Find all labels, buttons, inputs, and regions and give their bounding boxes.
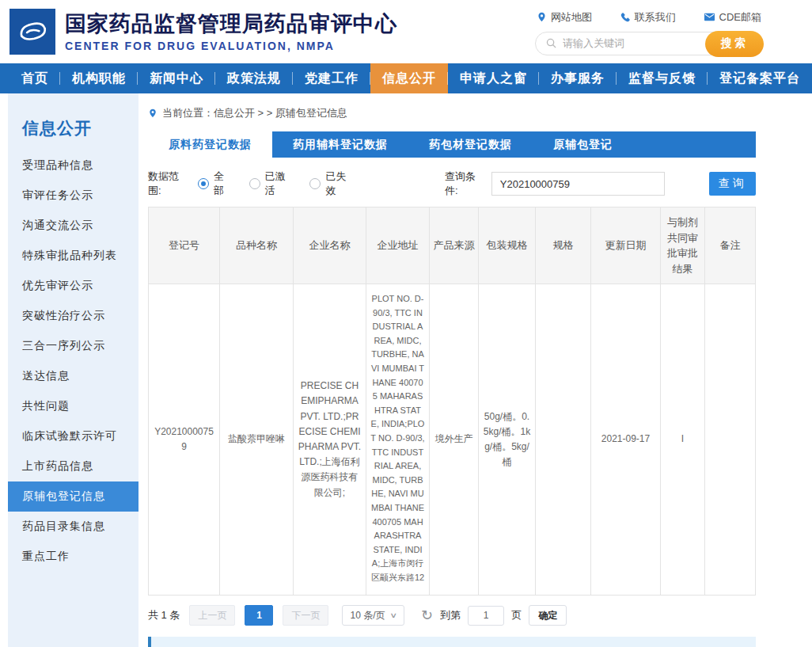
column-header-remark: 备注 — [705, 207, 756, 284]
sidebar-item-12[interactable]: 原辅包登记信息 — [8, 481, 138, 512]
header-search-box: 搜索 — [535, 32, 763, 55]
sidebar-item-14[interactable]: 重点工作 — [8, 542, 138, 572]
page-number-button[interactable]: 1 — [245, 605, 273, 626]
cell-content-company_address: PLOT NO. D-90/3, TTC INDUSTRIAL AREA, MI… — [370, 292, 425, 587]
column-header-company_address: 企业地址 — [366, 207, 430, 284]
query-button[interactable]: 查询 — [709, 172, 756, 196]
quick-link-label: 联系我们 — [635, 10, 676, 25]
nav-item-6[interactable]: 信息公开 — [370, 63, 448, 93]
cell-company_name: PRECISE CHEMIPHARMA PVT. LTD.;PRECISE CH… — [294, 284, 366, 596]
nav-item-10[interactable]: 登记备案平台 — [708, 63, 812, 93]
table-row-1: Y20210000759盐酸萘甲唑啉PRECISE CHEMIPHARMA PV… — [149, 284, 756, 596]
cell-content-package_spec: 50g/桶。0.5kg/桶。1kg/桶。5kg/桶 — [483, 409, 531, 470]
page-size-select[interactable]: 10 条/页 ∨ — [342, 605, 404, 626]
column-header-update_date: 更新日期 — [591, 207, 661, 284]
sidebar-item-2[interactable]: 审评任务公示 — [8, 181, 138, 211]
cell-content-product_source: 境外生产 — [434, 432, 474, 447]
cell-approval_result: I — [661, 284, 705, 596]
chevron-down-icon: ∨ — [390, 611, 398, 619]
tab-1[interactable]: 原料药登记数据 — [148, 131, 272, 158]
sidebar-item-8[interactable]: 送达信息 — [8, 361, 138, 391]
tab-3[interactable]: 药包材登记数据 — [408, 131, 533, 158]
nav-item-7[interactable]: 申请人之窗 — [448, 63, 539, 93]
sidebar-item-1[interactable]: 受理品种信息 — [8, 150, 138, 181]
site-title-block: 国家药品监督管理局药品审评中心 CENTER FOR DRUG EVALUATI… — [65, 11, 397, 52]
column-header-package_spec: 包装规格 — [479, 207, 536, 284]
goto-page-input[interactable] — [468, 606, 504, 626]
sidebar-item-3[interactable]: 沟通交流公示 — [8, 211, 138, 241]
page: 国家药品监督管理局药品审评中心 CENTER FOR DRUG EVALUATI… — [0, 0, 812, 647]
filter-bar: 数据范围: 全部已激活已失效 查询条件: 查询 — [148, 170, 756, 197]
refresh-icon[interactable]: ↻ — [421, 608, 433, 622]
radio-circle-icon — [198, 178, 209, 189]
scope-radio-1[interactable]: 全部 — [198, 169, 230, 198]
column-header-approval_result: 与制剂共同审批审批结果 — [661, 207, 705, 284]
breadcrumb-text: 当前位置：信息公开 > > 原辅包登记信息 — [162, 106, 347, 120]
breadcrumb: 当前位置：信息公开 > > 原辅包登记信息 — [148, 106, 756, 120]
site-header: 国家药品监督管理局药品审评中心 CENTER FOR DRUG EVALUATI… — [0, 0, 812, 63]
column-header-company_name: 企业名称 — [294, 207, 366, 284]
radio-circle-icon — [309, 178, 321, 189]
cell-product_source: 境外生产 — [430, 284, 479, 596]
sidebar-item-7[interactable]: 三合一序列公示 — [8, 331, 138, 361]
sidebar-item-11[interactable]: 上市药品信息 — [8, 451, 138, 481]
search-input[interactable] — [563, 37, 704, 49]
sidebar-item-5[interactable]: 优先审评公示 — [8, 271, 138, 301]
quick-link-mail[interactable]: CDE邮箱 — [704, 10, 761, 25]
sidebar-item-10[interactable]: 临床试验默示许可 — [8, 421, 138, 451]
nav-item-3[interactable]: 新闻中心 — [138, 63, 215, 93]
sidebar-menu: 受理品种信息审评任务公示沟通交流公示特殊审批品种列表优先审评公示突破性治疗公示三… — [8, 150, 138, 572]
site-title: 国家药品监督管理局药品审评中心 — [65, 11, 397, 38]
radio-circle-icon — [249, 178, 260, 189]
tab-4[interactable]: 原辅包登记 — [533, 131, 633, 158]
cell-content-product_name: 盐酸萘甲唑啉 — [224, 432, 289, 447]
cell-reg_no: Y20210000759 — [149, 284, 220, 596]
main-nav: 首页机构职能新闻中心政策法规党建工作信息公开申请人之窗办事服务监督与反馈登记备案… — [0, 63, 812, 93]
nav-item-9[interactable]: 监督与反馈 — [617, 63, 708, 93]
phone-icon — [620, 12, 631, 23]
prev-page-button[interactable]: 上一页 — [189, 605, 235, 626]
cell-content-company_name: PRECISE CHEMIPHARMA PVT. LTD.;PRECISE CH… — [298, 379, 362, 500]
scope-radio-3[interactable]: 已失效 — [309, 169, 351, 198]
tab-bar: 原料药登记数据药用辅料登记数据药包材登记数据原辅包登记 — [148, 131, 756, 158]
cell-content-reg_no: Y20210000759 — [153, 424, 215, 455]
sidebar-title: 信息公开 — [8, 111, 138, 150]
location-pin-icon — [148, 108, 157, 119]
note-box: 注： “与制剂共同审评审批结果” 释义： 符号 代表含义 A已批准在上市制剂使用… — [148, 637, 756, 647]
next-page-button[interactable]: 下一页 — [283, 605, 328, 626]
confirm-button[interactable]: 确定 — [529, 605, 567, 626]
query-input[interactable] — [491, 172, 666, 196]
nav-item-2[interactable]: 机构职能 — [60, 63, 138, 93]
sidebar-item-13[interactable]: 药品目录集信息 — [8, 512, 138, 542]
cell-content-update_date: 2021-09-17 — [595, 432, 656, 447]
sidebar-item-6[interactable]: 突破性治疗公示 — [8, 301, 138, 331]
quick-link-contact[interactable]: 联系我们 — [620, 10, 676, 25]
cell-content-approval_result: I — [665, 432, 700, 447]
cde-logo[interactable] — [9, 9, 55, 55]
sidebar-item-9[interactable]: 共性问题 — [8, 391, 138, 421]
search-button[interactable]: 搜索 — [705, 31, 764, 57]
envelope-icon — [704, 12, 715, 22]
quick-link-sitemap[interactable]: 网站地图 — [537, 10, 592, 25]
nav-item-1[interactable]: 首页 — [9, 63, 60, 93]
cell-company_address: PLOT NO. D-90/3, TTC INDUSTRIAL AREA, MI… — [366, 284, 430, 596]
column-header-product_source: 产品来源 — [430, 207, 479, 284]
results-table: 登记号品种名称企业名称企业地址产品来源包装规格规格更新日期与制剂共同审批审批结果… — [148, 207, 756, 596]
column-header-spec: 规格 — [536, 207, 591, 284]
nav-item-8[interactable]: 办事服务 — [539, 63, 617, 93]
header-right: 网站地图 联系我们 CDE邮箱 搜索 — [535, 9, 763, 55]
cde-logo-swoosh-icon — [14, 13, 51, 50]
pagination: 共 1 条 上一页 1 下一页 10 条/页 ∨ ↻ 到第 页 确定 — [148, 605, 756, 626]
query-label: 查询条件: — [445, 169, 485, 198]
radio-label: 已激活 — [265, 169, 291, 198]
nav-item-5[interactable]: 党建工作 — [293, 63, 370, 93]
cell-package_spec: 50g/桶。0.5kg/桶。1kg/桶。5kg/桶 — [479, 284, 536, 596]
nav-item-4[interactable]: 政策法规 — [215, 63, 293, 93]
sidebar: 信息公开 受理品种信息审评任务公示沟通交流公示特殊审批品种列表优先审评公示突破性… — [8, 93, 138, 647]
goto-suffix: 页 — [511, 608, 522, 622]
scope-radio-2[interactable]: 已激活 — [249, 169, 291, 198]
column-header-product_name: 品种名称 — [220, 207, 294, 284]
tab-2[interactable]: 药用辅料登记数据 — [272, 131, 408, 158]
sidebar-item-4[interactable]: 特殊审批品种列表 — [8, 241, 138, 271]
site-subtitle: CENTER FOR DRUG EVALUATION, NMPA — [65, 40, 397, 52]
